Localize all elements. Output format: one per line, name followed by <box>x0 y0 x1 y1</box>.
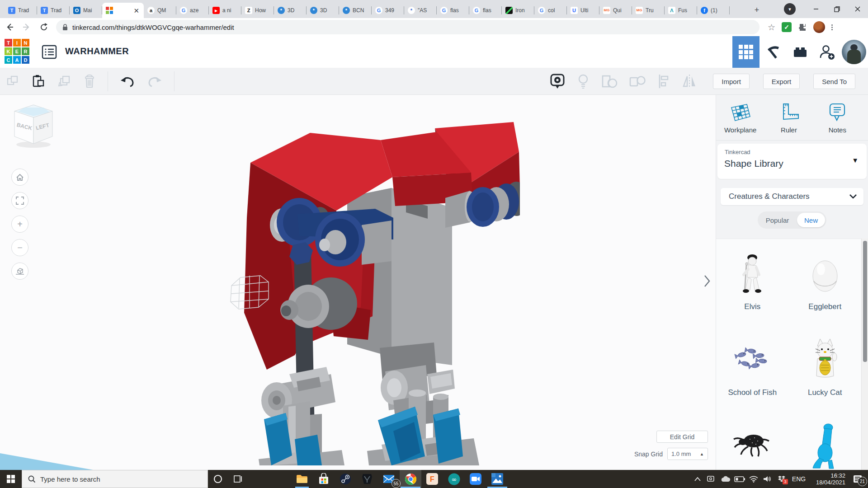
zoom-taskbar-icon[interactable] <box>465 470 486 488</box>
photos-taskbar-icon[interactable] <box>486 470 508 488</box>
align-button[interactable] <box>657 74 670 89</box>
language-indicator[interactable]: ENG <box>788 475 809 483</box>
predator-taskbar-icon[interactable] <box>356 470 378 488</box>
steam-taskbar-icon[interactable] <box>335 470 356 488</box>
ruler-tool[interactable]: Ruler <box>764 99 813 134</box>
fit-view-button[interactable] <box>11 192 28 209</box>
arduino-taskbar-icon[interactable]: ∞ <box>443 470 465 488</box>
cortana-button[interactable] <box>208 470 228 488</box>
gallery-scrollbar[interactable] <box>861 239 868 470</box>
browser-tab[interactable]: Gaze <box>176 3 209 18</box>
taskbar-search[interactable]: Type here to search <box>22 470 208 488</box>
scrollbar-thumb[interactable] <box>863 241 867 362</box>
extension-check-icon[interactable]: ✓ <box>782 22 792 32</box>
new-tab-button[interactable]: + <box>750 4 763 16</box>
send-to-button[interactable]: Send To <box>813 74 855 89</box>
shape-item-lucky-cat[interactable]: Lucky Cat <box>789 335 862 421</box>
browser-tab[interactable]: OMai <box>70 3 102 18</box>
minimize-button[interactable] <box>806 0 826 18</box>
wifi-icon[interactable] <box>746 470 760 488</box>
file-explorer-taskbar-icon[interactable] <box>291 470 313 488</box>
invite-collaborator-button[interactable] <box>814 36 841 68</box>
shape-library-selector[interactable]: Tinkercad Shape Library ▼ <box>717 144 867 179</box>
shape-item-egglebert[interactable]: Egglebert <box>789 249 862 335</box>
browser-tab[interactable]: UUlti <box>567 3 599 18</box>
dropbox-icon[interactable]: 3 <box>774 470 788 488</box>
browser-tab[interactable]: ZHow <box>241 3 274 18</box>
design-menu-icon[interactable] <box>42 45 57 61</box>
media-control-button[interactable]: ▾ <box>784 3 796 15</box>
browser-tab[interactable]: Gflas <box>437 3 469 18</box>
browser-tab[interactable]: *3D <box>307 3 339 18</box>
browser-tab[interactable]: ▸a ni <box>209 3 241 18</box>
category-select[interactable]: Creatures & Characters <box>721 188 863 205</box>
shape-item-school-of-fish[interactable]: School of Fish <box>716 335 789 421</box>
browser-tab[interactable]: MGTru <box>632 3 665 18</box>
browser-tab[interactable]: G349 <box>372 3 404 18</box>
delete-button[interactable] <box>83 74 96 89</box>
redo-button[interactable] <box>147 75 162 87</box>
mirror-button[interactable] <box>681 74 698 89</box>
onedrive-icon[interactable] <box>718 470 732 488</box>
battery-icon[interactable] <box>732 470 746 488</box>
browser-tab[interactable]: *3D <box>274 3 307 18</box>
meet-now-icon[interactable] <box>704 470 718 488</box>
browser-tab[interactable]: TTrad <box>5 3 37 18</box>
browser-tab[interactable]: TTrad <box>37 3 70 18</box>
workplane-tool[interactable]: Workplane <box>716 99 764 134</box>
browser-tab[interactable]: *"AS <box>404 3 437 18</box>
forward-button[interactable] <box>19 19 34 35</box>
start-button[interactable] <box>0 470 22 488</box>
account-avatar[interactable] <box>842 40 866 64</box>
undo-button[interactable] <box>120 75 135 87</box>
fusion-360-taskbar-icon[interactable]: F <box>421 470 443 488</box>
warhammer-3d-model[interactable] <box>181 104 520 465</box>
shape-item[interactable] <box>716 421 789 470</box>
browser-tab[interactable]: aQM <box>144 3 176 18</box>
volume-icon[interactable] <box>760 470 774 488</box>
snap-grid-select[interactable]: 1.0 mm ▲ <box>667 448 708 460</box>
mail-taskbar-icon[interactable]: 55 <box>378 470 400 488</box>
chrome-taskbar-icon[interactable] <box>400 470 421 488</box>
notes-tool[interactable]: Notes <box>813 99 862 134</box>
action-center-button[interactable]: 21 <box>847 470 868 488</box>
design-viewport[interactable]: BACK LEFT + − Edit Grid Snap Grid 1.0 mm… <box>0 95 716 470</box>
toggle-popular[interactable]: Popular <box>758 216 797 224</box>
close-window-button[interactable] <box>847 0 868 18</box>
edit-grid-button[interactable]: Edit Grid <box>656 431 708 443</box>
browser-tab[interactable]: Gflas <box>469 3 502 18</box>
clock[interactable]: 16:32 18/04/2021 <box>809 472 847 486</box>
browser-tab[interactable]: MGQui <box>599 3 632 18</box>
copy-button[interactable] <box>6 75 20 88</box>
url-omnibox[interactable]: tinkercad.com/things/dtkWOGVCgqe-warhamm… <box>56 20 760 34</box>
blocks-view-button[interactable] <box>732 36 760 68</box>
shape-item-elvis[interactable]: Elvis <box>716 249 789 335</box>
browser-profile-avatar[interactable] <box>813 21 825 33</box>
shape-item[interactable] <box>789 421 862 470</box>
browser-tab[interactable]: ΛFus <box>665 3 697 18</box>
export-button[interactable]: Export <box>763 74 800 89</box>
browser-tab[interactable]: *BCN <box>339 3 372 18</box>
microsoft-store-taskbar-icon[interactable] <box>313 470 335 488</box>
light-view-button[interactable] <box>576 73 590 89</box>
active-browser-tab[interactable]: ✕ <box>102 3 144 18</box>
tinkercad-logo[interactable]: TINKERCAD <box>5 39 29 64</box>
puzzle-extension-icon[interactable] <box>798 23 807 32</box>
zoom-in-button[interactable]: + <box>11 216 28 233</box>
design-title[interactable]: WARHAMMER <box>65 46 129 56</box>
zoom-out-button[interactable]: − <box>11 239 28 256</box>
perspective-toggle-button[interactable] <box>11 263 28 280</box>
group-button[interactable] <box>601 73 618 89</box>
toggle-new[interactable]: New <box>797 213 825 227</box>
show-all-button[interactable] <box>549 73 566 90</box>
browser-tab[interactable]: Gcol <box>534 3 567 18</box>
duplicate-button[interactable] <box>57 74 71 89</box>
paste-button[interactable] <box>32 74 45 89</box>
maximize-button[interactable] <box>826 0 847 18</box>
reload-button[interactable] <box>36 19 52 35</box>
view-cube[interactable]: BACK LEFT <box>11 103 56 152</box>
browser-tab[interactable]: f(1) <box>697 3 730 18</box>
minecraft-export-button[interactable] <box>760 36 787 68</box>
ungroup-button[interactable] <box>629 73 646 89</box>
import-button[interactable]: Import <box>713 74 750 89</box>
